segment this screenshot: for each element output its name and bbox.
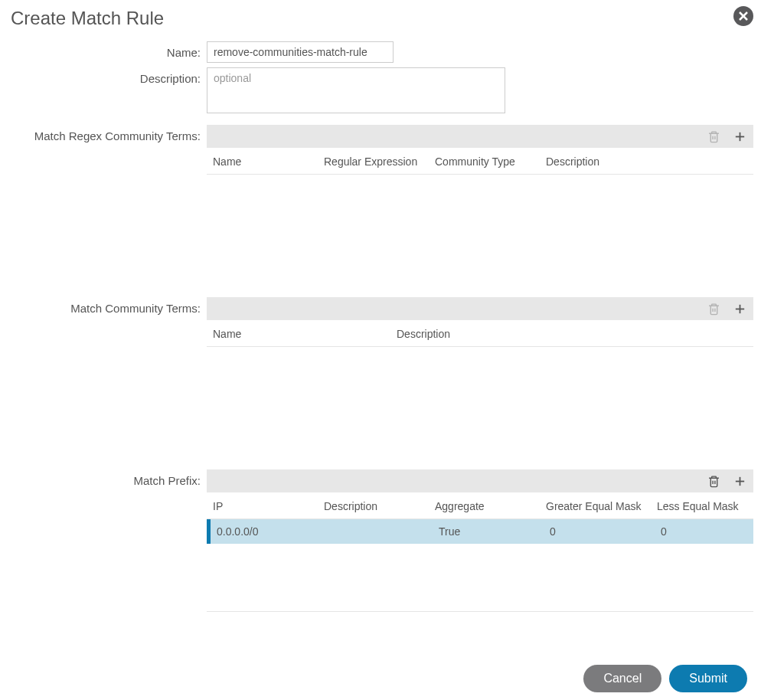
- prefix-delete-button[interactable]: [706, 473, 721, 489]
- description-input[interactable]: [207, 67, 505, 113]
- community-section: Match Community Terms:: [8, 297, 753, 378]
- name-row: Name:: [8, 41, 753, 63]
- prefix-add-button[interactable]: [732, 473, 747, 489]
- regex-toolbar: [207, 125, 753, 148]
- dialog-title: Create Match Rule: [11, 8, 750, 29]
- prefix-col-lem: Less Equal Mask: [657, 500, 747, 512]
- trash-icon: [707, 475, 720, 488]
- community-col-desc: Description: [397, 328, 747, 340]
- prefix-table-body: 0.0.0.0/0 True 0 0: [207, 519, 753, 550]
- plus-icon: [733, 475, 746, 488]
- regex-table-body: [207, 175, 753, 205]
- community-toolbar: [207, 297, 753, 320]
- prefix-cell-gem: 0: [550, 525, 661, 538]
- description-row: Description:: [8, 67, 753, 116]
- trash-icon: [707, 130, 720, 143]
- community-col-name: Name: [213, 328, 397, 340]
- close-icon: [738, 11, 749, 21]
- submit-button[interactable]: Submit: [669, 665, 747, 692]
- prefix-section: Match Prefix: IP: [8, 469, 753, 612]
- prefix-col-ip: IP: [213, 500, 324, 512]
- regex-add-button[interactable]: [732, 129, 747, 144]
- regex-delete-button: [706, 129, 721, 144]
- trash-icon: [707, 303, 720, 316]
- regex-col-desc: Description: [546, 155, 747, 168]
- prefix-table-end: [207, 611, 753, 612]
- regex-table-header: Name Regular Expression Community Type D…: [207, 148, 753, 175]
- regex-col-regex: Regular Expression: [324, 155, 435, 168]
- prefix-cell-agg: True: [439, 525, 550, 538]
- community-table-body: [207, 347, 753, 378]
- prefix-cell-ip: 0.0.0.0/0: [217, 525, 328, 538]
- close-button[interactable]: [733, 6, 753, 26]
- prefix-section-label: Match Prefix:: [8, 469, 207, 487]
- community-add-button[interactable]: [732, 301, 747, 316]
- community-section-label: Match Community Terms:: [8, 297, 207, 315]
- prefix-table-header: IP Description Aggregate Greater Equal M…: [207, 492, 753, 519]
- table-row[interactable]: 0.0.0.0/0 True 0 0: [207, 519, 753, 544]
- regex-col-type: Community Type: [435, 155, 546, 168]
- plus-icon: [733, 303, 746, 316]
- plus-icon: [733, 130, 746, 143]
- regex-section: Match Regex Community Terms:: [8, 125, 753, 205]
- community-delete-button: [706, 301, 721, 316]
- prefix-col-gem: Greater Equal Mask: [546, 500, 657, 512]
- cancel-button[interactable]: Cancel: [583, 665, 661, 692]
- prefix-col-agg: Aggregate: [435, 500, 546, 512]
- regex-col-name: Name: [213, 155, 324, 168]
- prefix-col-desc: Description: [324, 500, 435, 512]
- regex-section-label: Match Regex Community Terms:: [8, 125, 207, 142]
- community-table-header: Name Description: [207, 320, 753, 347]
- prefix-cell-lem: 0: [661, 525, 747, 538]
- dialog-header: Create Match Rule: [0, 0, 761, 41]
- name-input[interactable]: [207, 41, 394, 63]
- description-label: Description:: [8, 67, 207, 85]
- prefix-cell-desc: [328, 525, 439, 538]
- dialog-footer: Cancel Submit: [583, 665, 747, 692]
- prefix-toolbar: [207, 469, 753, 492]
- name-label: Name:: [8, 41, 207, 59]
- form-area: Name: Description: Match Regex Community…: [0, 41, 761, 612]
